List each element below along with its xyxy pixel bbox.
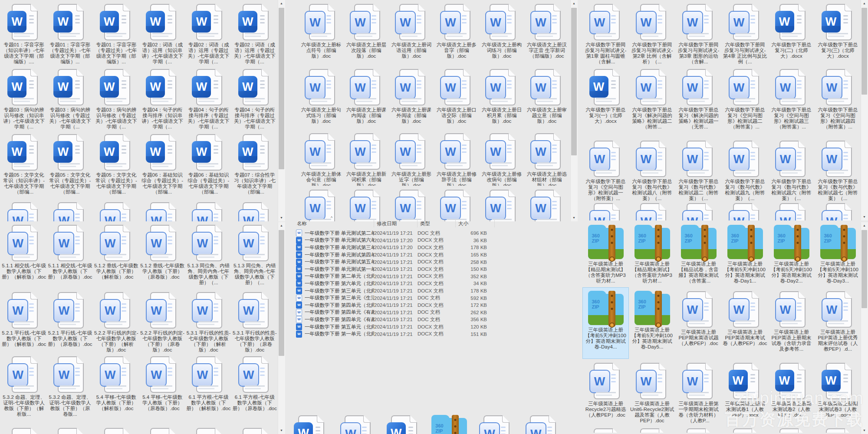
file-item[interactable]: W三年级英语上册PEP英语上册优秀期末评估试卷（人教PEP）.d... xyxy=(815,287,861,359)
file-item[interactable]: W专题03：病句的辨识与修改（知识串讲）-七年级语文下学期（... xyxy=(1,65,47,130)
file-item[interactable]: W5.1.1 相交线-七年级数学人教版（下册）（解析版）.doc xyxy=(1,222,47,286)
file-item[interactable]: W xyxy=(675,426,722,433)
file-item[interactable]: W三年级英语上册Unit6-Recycle2测试题及答案（人教PEP）.doc xyxy=(629,359,675,426)
file-item[interactable]: W xyxy=(722,426,768,433)
file-item[interactable]: W5.1.2 垂线-七年级数学人教版（下册）（原卷版）.doc xyxy=(139,222,185,286)
file-item[interactable]: W六年级语文上册构词练习（部编版）.doc xyxy=(479,0,524,65)
file-item[interactable]: W六年级语文上册新词积累（部编版）.doc xyxy=(344,129,389,186)
file-item[interactable]: W专题05：文学文化常识（知识串讲）-七年级语文下学期（部编... xyxy=(1,130,47,198)
file-item[interactable]: W5.2.1 平行线-七年级数学人教版（下册）（解析版）.doc xyxy=(1,286,47,352)
file-item[interactable]: W六年级语文上册修辞手法（部编版）.doc xyxy=(434,129,479,186)
file-item[interactable]: W六年级数学下册总复习《空间与图形》检测试题一（附答案）... xyxy=(582,137,629,202)
file-item[interactable]: W三年级英语上册期末测试卷2（人教PEP）.docx xyxy=(768,359,815,426)
file-item[interactable]: W专题01：字音字形（专题过关）-七年级语文下学期（部编版）... xyxy=(47,0,93,65)
file-item[interactable]: W5.1.3 同位角、内错角、同旁内角-七年级数学人教版（下册）（... xyxy=(232,222,278,286)
table-row[interactable]: W一年级数学下册 第三单元《生活中的数...2024/11/19 17:21DO… xyxy=(294,294,572,302)
file-item[interactable]: W专题06：基础知识综合（专题过关）-七年级语文下学期（部编... xyxy=(185,130,231,198)
table-row[interactable]: W一年级数学下册 单元测试第一单元（北...2024/11/19 17:21DO… xyxy=(294,266,572,273)
file-item[interactable]: W5.3.2 命题、定理、证明-七年级数学人教版（下册）（解析版... xyxy=(1,352,47,418)
file-item[interactable]: 360ZIP三年级英语上册【考前5天冲刺100分】英语期末测试卷-Day4... xyxy=(582,287,629,359)
file-item[interactable]: W三年级英语上册PEP英语上册期末试卷（含听力录音及参考答... xyxy=(768,287,815,359)
file-item[interactable]: W xyxy=(582,426,629,433)
file-item[interactable]: 360ZIP三年级英语上册【精品期末测试】（含答案听力MP3听力材... xyxy=(582,222,629,287)
file-item[interactable]: W六年级语文上册词语运用（部编版）.doc xyxy=(389,0,434,65)
file-item[interactable]: 360ZIP xyxy=(426,411,473,434)
scrollbar[interactable]: ▲ ▼ xyxy=(861,0,868,220)
file-item[interactable]: W六年级数学下册同步复习与测试讲义-第1章 圆柱与圆锥（含解... xyxy=(582,0,629,65)
file-item[interactable]: W xyxy=(93,418,139,434)
file-item[interactable]: W专题05：文学文化常识（专题过关）-七年级语文下学期（部编... xyxy=(47,130,93,198)
file-item[interactable]: W六年级数学下册总复习《数与代数》检测试题八（附答案）（... xyxy=(629,137,675,202)
table-row[interactable]: W一年级数学下册 第四单元《有趣的图形...2024/11/19 17:21DO… xyxy=(294,316,572,323)
file-item[interactable]: W六年级数学下册总复习《解决问题的策略》检测试题二（附答... xyxy=(629,65,675,137)
file-item[interactable]: W六年级语文上册形近字（部编版）.doc xyxy=(389,129,434,186)
file-item[interactable]: W xyxy=(380,411,426,434)
file-item[interactable]: W xyxy=(232,198,278,221)
file-item[interactable]: W xyxy=(473,411,519,434)
file-item[interactable]: 360ZIP三年级英语上册【考前5天冲刺100分】英语期末测试卷-Day1... xyxy=(722,222,768,287)
table-row[interactable]: W一年级数学下册 第五单元（北师大）.d...2024/11/19 17:21D… xyxy=(294,323,572,331)
file-item[interactable]: W xyxy=(582,202,629,220)
file-item[interactable]: W专题06：基础知识综合（专题过关）-七年级语文下学期（部编... xyxy=(139,130,185,198)
file-item[interactable]: W5.2.2 平行线的判定-七年级数学人教版（下册）（原卷版）.doc xyxy=(139,286,185,352)
file-item[interactable]: W xyxy=(185,418,231,434)
file-item[interactable]: W六年级数学下册同步复习与测试讲义-第4章 正比例与反比例（... xyxy=(722,0,768,65)
file-item[interactable]: W三年级英语上册PEP期末英语试题（人教PEP）.doc xyxy=(675,287,722,359)
file-item[interactable]: W xyxy=(47,198,93,221)
file-item[interactable]: W6.1 平方根-七年级数学人教版（下册）（原卷版）.doc xyxy=(232,352,278,418)
table-row[interactable]: W一年级数学下册 第二单元（北师大）.d...2024/11/19 17:21D… xyxy=(294,273,572,280)
file-item[interactable]: W六年级数学下册总复习《空间与图形》检测试题二（附答案）... xyxy=(722,65,768,137)
scroll-down-icon[interactable]: ▼ xyxy=(278,427,285,434)
file-item[interactable]: 360ZIP三年级英语上册【考前5天冲刺100分】英语期末测试卷-Day2... xyxy=(768,222,815,287)
table-row[interactable]: W一年级数学下册 第一单元（北师大）.d...2024/11/19 17:21D… xyxy=(294,330,572,338)
file-item[interactable]: W六年级语文上册课外阅读（部编版）.doc xyxy=(389,65,434,129)
file-item[interactable]: W xyxy=(675,202,722,220)
file-item[interactable]: W xyxy=(287,411,334,434)
table-row[interactable]: W一年级数学下册 单元测试第五单元（北...2024/11/19 17:21DO… xyxy=(294,258,572,266)
file-item[interactable]: W三年级英语上册期末测试卷1（人教PEP）.docx xyxy=(722,359,768,426)
file-item[interactable]: W xyxy=(479,186,524,221)
scrollbar[interactable]: ▲ ▼ xyxy=(278,0,285,221)
table-row[interactable]: W一年级数学下册 单元测试第四单元（北...2024/11/19 17:21DO… xyxy=(294,251,572,259)
file-item[interactable]: W专题07：综合性学习（知识串讲）-七年级语文下学期（部编... xyxy=(232,130,278,198)
file-item[interactable]: W5.1.2 垂线-七年级数学人教版（下册）（解析版）.doc xyxy=(93,222,139,286)
file-item[interactable]: W xyxy=(47,418,93,434)
file-item[interactable]: 360ZIP三年级英语上册【精品试卷，含音频】英语期末测试（含答案... xyxy=(675,222,722,287)
file-item[interactable]: W xyxy=(232,418,278,434)
scrollbar-thumb[interactable] xyxy=(279,8,284,169)
table-row[interactable]: W一年级数学下册 第四单元（北师大）.d...2024/11/19 17:21D… xyxy=(294,302,572,309)
file-item[interactable]: W六年级数学下册同步复习与测试讲义-第3章 图形的运动（含解... xyxy=(675,0,722,65)
file-item[interactable]: 360ZIP三年级英语上册【考前5天冲刺100分】英语期末测试卷-Day5... xyxy=(629,287,675,359)
file-item[interactable]: W xyxy=(389,186,434,221)
file-item[interactable]: W专题04：句子的衔接与排序（专题过关）-七年级语文下学期（... xyxy=(185,65,231,130)
file-item[interactable]: W专题03：病句的辨识与修改（专题过关）-七年级语文下学期（... xyxy=(47,65,93,130)
file-item[interactable]: W xyxy=(524,186,569,221)
scrollbar[interactable]: ▲ ▼ xyxy=(278,222,285,434)
file-item[interactable]: W六年级语文上册标点符号（部编版）.doc xyxy=(299,0,344,65)
scroll-up-icon[interactable]: ▲ xyxy=(861,0,868,7)
file-item[interactable]: W三年级英语上册第一学期期末检测试卷（含听力材料）（人教P... xyxy=(675,359,722,426)
file-item[interactable]: W6.1 平方根-七年级数学人教版（下册）（解析版）.doc xyxy=(185,352,231,418)
scroll-down-icon[interactable]: ▼ xyxy=(278,214,285,221)
file-item[interactable]: W专题04：句子的衔接与排序（知识串讲）-七年级语文下学期（... xyxy=(139,65,185,130)
file-item[interactable]: W六年级语文上册审题立意（部编版）.doc xyxy=(524,65,569,129)
file-item[interactable]: W六年级语文上册体会句意（部编版）.doc xyxy=(299,129,344,186)
file-item[interactable]: W六年级语文上册课内阅读（部编版）.doc xyxy=(344,65,389,129)
file-item[interactable]: W5.3.1 平行线的性质-七年级数学人教版（下册）（原卷版）.doc xyxy=(232,286,278,352)
scrollbar-thumb[interactable] xyxy=(861,230,867,308)
scroll-up-icon[interactable]: ▲ xyxy=(278,0,285,7)
file-item[interactable]: W六年级语文上册多音字（部编版）.doc xyxy=(434,0,479,65)
table-row[interactable]: W一年级数学下册 单元测试第六单元（北...2024/11/19 17:20DO… xyxy=(294,237,572,244)
file-item[interactable]: W xyxy=(139,418,185,434)
scrollbar-thumb[interactable] xyxy=(861,8,867,95)
file-item[interactable]: W六年级语文上册层次段落（部编版）.doc xyxy=(344,0,389,65)
file-item[interactable]: W三年级英语上册期末测试卷3（人教PEP）.docx xyxy=(815,359,861,426)
file-item[interactable]: W六年级数学下册总复习《数与代数》检测试题二（附答案）（... xyxy=(675,137,722,202)
file-item[interactable]: W六年级数学下册总复习《数与代数》检测试题七（附答案）（... xyxy=(815,137,861,202)
file-item[interactable]: W xyxy=(344,186,389,221)
file-item[interactable]: W5.2.1 平行线-七年级数学人教版（下册）（原卷版）.doc xyxy=(47,286,93,352)
file-item[interactable]: W5.4 平移-七年级数学人教版（下册）（解析版）.doc xyxy=(93,352,139,418)
file-item[interactable]: 360ZIP三年级英语上册【考前5天冲刺100分】英语期末测试卷-Day3... xyxy=(815,222,861,287)
table-row[interactable]: W一年级数学下册 单元测试第二单元（北...2024/11/19 17:21DO… xyxy=(294,230,572,237)
file-item[interactable]: W专题01：字音字形（知识串讲）-七年级语文下学期（部编版）.... xyxy=(1,0,47,65)
